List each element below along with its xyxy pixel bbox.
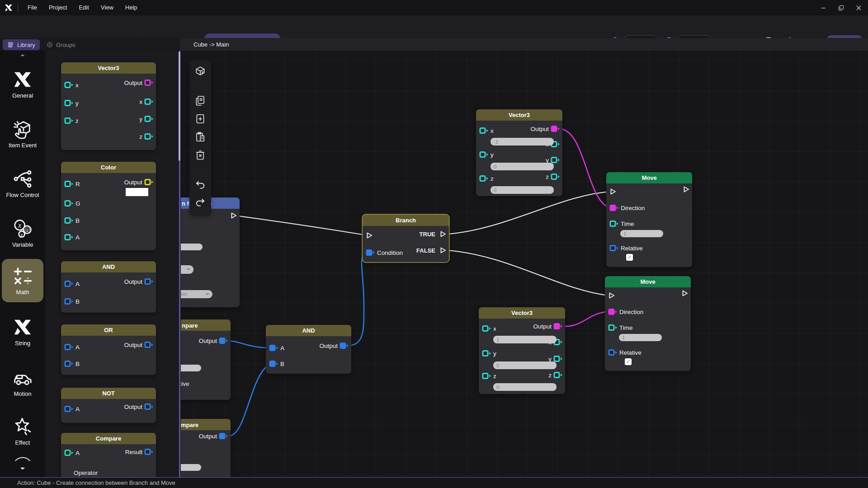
node-header[interactable]: AND	[266, 325, 351, 336]
node-lib-vector3[interactable]: Vector3xyzOutputxyz	[61, 62, 156, 150]
y-port[interactable]	[553, 356, 563, 362]
output-port[interactable]	[144, 179, 154, 186]
a-port[interactable]	[64, 234, 74, 241]
x-port[interactable]	[479, 127, 489, 134]
node-header[interactable]: AND	[61, 261, 156, 272]
output-port[interactable]	[219, 433, 228, 440]
r-port[interactable]	[64, 181, 74, 188]
output-port[interactable]	[340, 343, 349, 349]
sidebar-item-string[interactable]: String	[2, 310, 43, 353]
b-port[interactable]	[64, 361, 74, 367]
output-port[interactable]	[551, 126, 560, 132]
false-port[interactable]	[439, 247, 447, 254]
a-port[interactable]	[64, 450, 74, 456]
exec-port[interactable]	[609, 188, 617, 195]
output-port[interactable]	[144, 80, 154, 86]
node-and[interactable]: ANDABOutput	[266, 325, 351, 374]
sidebar-item-item-event[interactable]: Item Event	[2, 112, 43, 155]
checkbox[interactable]: ✓	[625, 358, 632, 365]
minimize-button[interactable]	[820, 4, 827, 12]
node-lib-or[interactable]: ORABOutput	[61, 324, 156, 375]
sidebar-item-motion[interactable]: Motion	[2, 361, 43, 404]
sidebar-item-general[interactable]: General	[2, 62, 43, 106]
node-lib-color[interactable]: ColorRGBAOutput	[61, 162, 156, 250]
close-button[interactable]	[855, 4, 863, 12]
node-lib-compare[interactable]: CompareAResultOperator	[61, 433, 156, 477]
node-vector3-top[interactable]: Vector3xyzOutputxyz-100	[476, 109, 562, 196]
condition-port[interactable]	[366, 249, 375, 256]
exec-port[interactable]	[230, 212, 237, 219]
node-header[interactable]: Move	[605, 276, 691, 287]
exec-port[interactable]	[683, 186, 690, 193]
value-input[interactable]: 1	[620, 230, 663, 237]
scroll-up-icon[interactable]	[16, 52, 29, 59]
output-port[interactable]	[219, 338, 228, 344]
value-input[interactable]: 1	[493, 336, 557, 343]
y-port[interactable]	[64, 100, 74, 107]
b-port[interactable]	[64, 298, 74, 305]
copy-icon[interactable]	[194, 95, 206, 107]
value-input[interactable]: 0	[493, 383, 557, 391]
tab-library[interactable]: Library	[3, 39, 40, 50]
redo-icon[interactable]	[194, 197, 206, 208]
time-port[interactable]	[609, 221, 619, 227]
y-port[interactable]	[551, 157, 560, 164]
direction-port[interactable]	[609, 205, 619, 211]
dropdown-select[interactable]: e Token	[181, 290, 212, 298]
node-compare-top[interactable]: npareOutputsitive	[181, 319, 231, 400]
paste-icon[interactable]	[194, 131, 206, 143]
direction-port[interactable]	[608, 309, 618, 315]
menu-help[interactable]: Help	[119, 0, 143, 15]
true-port[interactable]	[439, 230, 447, 238]
value-input[interactable]: 1	[619, 334, 662, 341]
undo-icon[interactable]	[194, 179, 206, 191]
node-header[interactable]: Move	[606, 172, 692, 183]
node-header[interactable]: mpare	[181, 419, 231, 430]
node-header[interactable]: Vector3	[61, 62, 156, 74]
checkbox[interactable]: ✓	[626, 254, 633, 261]
value-input[interactable]: 0	[491, 163, 554, 170]
trash-icon[interactable]	[194, 149, 206, 161]
b-port[interactable]	[269, 361, 278, 367]
node-header[interactable]: Vector3	[476, 109, 562, 121]
node-header[interactable]: Color	[61, 162, 156, 173]
wire-compare2-to-and-b[interactable]	[228, 364, 271, 436]
package-icon[interactable]	[194, 65, 206, 77]
node-header[interactable]: Branch	[363, 215, 449, 226]
node-lib-and[interactable]: ANDABOutput	[61, 261, 156, 313]
restore-button[interactable]	[837, 4, 845, 12]
node-vector3-bottom[interactable]: Vector3xyzOutputxyz100	[479, 307, 565, 394]
value-input[interactable]: -1	[491, 138, 554, 145]
wire-event-to-branch-exec[interactable]	[235, 216, 368, 235]
breadcrumb[interactable]: Cube -> Main	[193, 41, 229, 48]
y-port[interactable]	[479, 151, 489, 158]
x-port[interactable]	[64, 82, 74, 89]
node-event[interactable]: n fotse Token	[181, 197, 240, 307]
node-move-bottom[interactable]: MoveDirectionTimeRelative1✓	[605, 276, 691, 371]
tab-groups[interactable]: Groups	[42, 39, 80, 50]
exec-port[interactable]	[681, 290, 689, 297]
menu-view[interactable]: View	[95, 0, 119, 15]
z-port[interactable]	[479, 175, 489, 182]
wire-branch-false-to-move2[interactable]	[447, 250, 609, 296]
node-lib-not[interactable]: NOTAOutput	[61, 388, 156, 423]
wire-compare-to-and-a[interactable]	[228, 341, 271, 348]
output-port[interactable]	[144, 404, 154, 410]
panel-scrollbar-thumb[interactable]	[179, 52, 180, 161]
node-header[interactable]: Compare	[61, 433, 156, 444]
time-port[interactable]	[608, 324, 618, 331]
result-port[interactable]	[144, 449, 154, 455]
node-header[interactable]: NOT	[61, 388, 156, 399]
x-port[interactable]	[144, 99, 154, 105]
b-port[interactable]	[64, 217, 74, 224]
menu-project[interactable]: Project	[43, 0, 73, 15]
relative-port[interactable]	[609, 245, 619, 252]
a-port[interactable]	[64, 344, 74, 351]
graph-canvas[interactable]: n fotse TokenBranchConditionTRUEFALSEVec…	[181, 51, 868, 477]
wire-vector3b-to-move2-direction[interactable]	[562, 312, 609, 326]
exec-port[interactable]	[366, 232, 373, 239]
output-port[interactable]	[144, 342, 154, 348]
sidebar-item-effect[interactable]: Effect	[2, 409, 43, 453]
value-input[interactable]	[181, 244, 203, 250]
g-port[interactable]	[64, 200, 74, 207]
